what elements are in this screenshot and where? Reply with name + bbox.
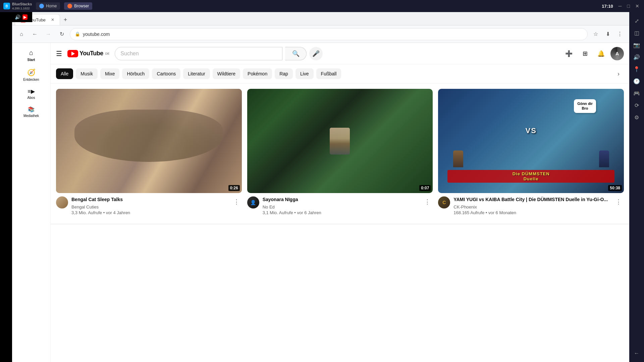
- bluestacks-name: BlueStacks4.280.1.1022: [12, 2, 32, 10]
- chip-rap[interactable]: Rap: [275, 68, 293, 79]
- chip-cartoons[interactable]: Cartoons: [152, 68, 180, 79]
- menu-hamburger-icon[interactable]: ☰: [56, 50, 62, 58]
- apps-icon: ⊞: [583, 50, 588, 57]
- thumb-person-image: [247, 89, 433, 193]
- sidebar-start-label: Start: [28, 58, 35, 62]
- search-icon: 🔍: [292, 50, 300, 57]
- video-3-avatar: C: [438, 196, 450, 208]
- video-3-more-button[interactable]: ⋮: [613, 196, 624, 207]
- gamepad-bs-icon[interactable]: 🎮: [631, 88, 642, 99]
- back-bs-icon[interactable]: ←: [631, 348, 642, 359]
- sidebar-item-abos[interactable]: ≡▶ Abos: [12, 85, 50, 103]
- video-1-more-button[interactable]: ⋮: [231, 196, 242, 207]
- video-3-stats: 168.165 Aufrufe • vor 6 Monaten: [453, 210, 610, 215]
- chip-live[interactable]: Live: [296, 68, 314, 79]
- video-3-title: YAMI YUGI vs KAIBA Battle City | Die DÜM…: [453, 196, 610, 203]
- titlebar-tab-browser[interactable]: Browser: [64, 2, 92, 10]
- youtube-play-triangle: [71, 52, 75, 56]
- chip-hoerbuch[interactable]: Hörbuch: [122, 68, 149, 79]
- video-thumb-1: 0:26: [56, 89, 242, 193]
- apps-button[interactable]: ⊞: [578, 47, 592, 60]
- youtube-main: ☰ YouTube DE Suchen 🔍 🎤: [51, 43, 629, 362]
- video-1-channel: Bengal Cuties: [71, 204, 228, 209]
- content-divider: [51, 224, 629, 224]
- sidebar-mediathek-label: Mediathek: [23, 114, 39, 118]
- category-chips-bar: Alle Musik Mixe Hörbuch Cartoons Literat…: [51, 64, 629, 83]
- sidebar-item-entdecken[interactable]: 🧭 Entdecken: [12, 65, 50, 85]
- minimize-button[interactable]: ─: [617, 3, 623, 9]
- chip-musik[interactable]: Musik: [76, 68, 98, 79]
- browser-tabs-bar: YouTube ✕ +: [12, 12, 629, 25]
- video-2-meta: Sayonara NIgga No Ed 3,1 Mio. Aufrufe • …: [263, 196, 419, 215]
- youtube-region-label: DE: [105, 52, 110, 55]
- clock-bs-icon[interactable]: 🕐: [631, 76, 642, 86]
- back-nav-button[interactable]: ←: [30, 29, 40, 40]
- sidebar-panel-icon[interactable]: ◫: [631, 27, 642, 38]
- titlebar-time: 17:10: [602, 4, 613, 9]
- library-yt-icon: 📚: [28, 106, 35, 113]
- search-submit-button[interactable]: 🔍: [285, 47, 307, 60]
- video-2-more-button[interactable]: ⋮: [422, 196, 433, 207]
- bookmark-button[interactable]: ☆: [590, 29, 601, 40]
- browser-tab-icon: [67, 4, 72, 8]
- create-icon: ➕: [565, 50, 573, 57]
- video-2-avatar: 👤: [247, 196, 259, 208]
- browser-tab-label: Browser: [74, 4, 89, 8]
- bluestacks-sidebar: ⤢ ◫ 📷 🔊 📍 🕐 🎮 ⟳ ⚙ ←: [629, 12, 644, 362]
- home-tab-icon: [39, 4, 44, 8]
- chip-pokemon[interactable]: Pokémon: [243, 68, 272, 79]
- video-2-stats: 3,1 Mio. Aufrufe • vor 6 Jahren: [263, 210, 419, 215]
- home-yt-icon: ⌂: [29, 49, 33, 57]
- chip-literatur[interactable]: Literatur: [183, 68, 210, 79]
- header-action-buttons: ➕ ⊞ 🔔 A: [562, 47, 624, 60]
- address-bar[interactable]: 🔒 youtube.com: [70, 28, 588, 40]
- refresh-nav-button[interactable]: ↻: [56, 29, 67, 40]
- browser-nav-bar: ⌂ ← → ↻ 🔒 youtube.com ☆ ⬇ ⋮: [12, 25, 629, 43]
- video-3-channel: CK-Phoenix: [453, 204, 610, 209]
- video-1-title: Bengal Cat Sleep Talks: [71, 196, 228, 203]
- video-card-2[interactable]: 0:07 👤 Sayonara NIgga No Ed 3,1 Mio. Auf…: [247, 89, 433, 219]
- chip-wildtiere[interactable]: Wildtiere: [213, 68, 240, 79]
- sound-status-icon[interactable]: 🔊: [15, 14, 20, 20]
- titlebar-tab-home[interactable]: Home: [36, 2, 60, 10]
- download-button[interactable]: ⬇: [602, 29, 613, 40]
- avatar-image: A: [610, 47, 624, 60]
- youtube-logo[interactable]: YouTube DE: [67, 50, 109, 57]
- rotate-bs-icon[interactable]: ⟳: [631, 100, 642, 111]
- user-avatar[interactable]: A: [610, 47, 624, 60]
- browser-menu-button[interactable]: ⋮: [614, 29, 625, 40]
- video-card-3[interactable]: Gönn dirBro VS Die DÜMMSTENDuelle: [438, 89, 624, 219]
- url-text: youtube.com: [83, 32, 583, 37]
- forward-nav-button[interactable]: →: [43, 29, 54, 40]
- home-tab-label: Home: [46, 4, 57, 8]
- restore-button[interactable]: □: [626, 3, 631, 9]
- notifications-button[interactable]: 🔔: [594, 47, 608, 60]
- sidebar-abos-label: Abos: [28, 96, 35, 100]
- screenshot-icon[interactable]: 📷: [631, 40, 642, 50]
- close-button[interactable]: ✕: [634, 3, 641, 9]
- voice-search-button[interactable]: 🎤: [309, 47, 323, 60]
- create-button[interactable]: ➕: [562, 47, 576, 60]
- tab-close-button[interactable]: ✕: [51, 17, 54, 22]
- video-1-info: Bengal Cat Sleep Talks Bengal Cuties 3,3…: [56, 193, 242, 219]
- chips-next-arrow[interactable]: ›: [613, 68, 624, 79]
- expand-icon[interactable]: ⤢: [631, 15, 642, 26]
- video-thumb-2: 0:07: [247, 89, 433, 193]
- sidebar-item-mediathek[interactable]: 📚 Mediathek: [12, 103, 50, 121]
- sidebar-item-start[interactable]: ⌂ Start: [12, 46, 50, 65]
- search-container: Suchen 🔍 🎤: [115, 47, 323, 60]
- video-2-channel: No Ed: [263, 204, 419, 209]
- video-card-1[interactable]: 0:26 Bengal Cat Sleep Talks Bengal Cutie…: [56, 89, 242, 219]
- video-thumb-3: Gönn dirBro VS Die DÜMMSTENDuelle: [438, 89, 624, 193]
- chip-fussball[interactable]: Fußball: [316, 68, 341, 79]
- chip-alle[interactable]: Alle: [56, 68, 73, 79]
- chip-mixe[interactable]: Mixe: [100, 68, 120, 79]
- home-nav-button[interactable]: ⌂: [16, 29, 27, 40]
- video-2-title: Sayonara NIgga: [263, 196, 419, 203]
- new-tab-button[interactable]: +: [60, 14, 71, 25]
- volume-bs-icon[interactable]: 🔊: [631, 52, 642, 62]
- search-bar[interactable]: Suchen: [115, 47, 282, 60]
- settings-bs-icon[interactable]: ⚙: [631, 112, 642, 123]
- location-bs-icon[interactable]: 📍: [631, 64, 642, 74]
- status-bar: 🔊 ▶: [12, 12, 32, 22]
